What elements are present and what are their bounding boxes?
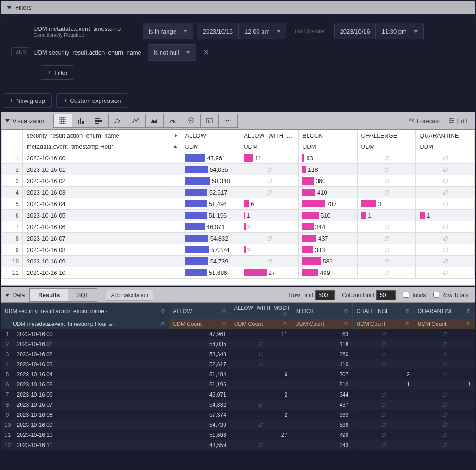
area-viz-icon[interactable] — [146, 114, 164, 127]
data-meas-quarantine[interactable]: UDM Count⚙ — [414, 319, 475, 329]
viz-meas-block[interactable]: UDM — [298, 141, 357, 152]
viz-pivot-field-header[interactable]: security_result.action_enum_name — [23, 130, 181, 141]
gear-icon[interactable]: ⚙ — [344, 308, 348, 314]
custom-expression-button[interactable]: + Custom expression — [56, 93, 128, 108]
data-col-quarantine[interactable]: QUARANTINE⚙ — [414, 303, 475, 319]
remove-filter-button[interactable]: ✕ — [200, 46, 213, 59]
plus-icon: + — [63, 97, 67, 104]
data-pivot-field-header[interactable]: UDM security_result.action_enum_name ›⚙ — [1, 303, 169, 319]
viz-col-quarantine[interactable]: QUARANTINE — [416, 130, 475, 141]
viz-col-allowmod[interactable]: ALLOW_WITH_… — [240, 130, 299, 141]
scatter-viz-icon[interactable] — [109, 114, 127, 127]
line-viz-icon[interactable] — [127, 114, 146, 127]
gear-icon[interactable]: ⚙ — [222, 321, 226, 327]
viz-meas-challenge[interactable]: UDM — [357, 141, 416, 152]
col-limit-input[interactable] — [376, 290, 396, 300]
row-limit-input[interactable] — [315, 290, 335, 300]
gear-icon[interactable]: ⚙ — [405, 321, 410, 327]
viz-dim-field-header[interactable]: metadata.event_timestamp Hour — [23, 141, 181, 152]
tab-sql[interactable]: SQL — [68, 289, 97, 301]
gear-icon[interactable]: ⚙ — [466, 308, 471, 314]
viz-dim-header-row: metadata.event_timestamp Hour UDM UDM UD… — [2, 141, 475, 152]
viz-meas-quarantine[interactable]: UDM — [416, 141, 475, 152]
viz-scroll[interactable]: security_result.action_enum_name ALLOW A… — [1, 130, 475, 285]
totals-checkbox[interactable] — [403, 292, 409, 298]
data-col-challenge[interactable]: CHALLENGE⚙ — [353, 303, 414, 319]
filter1-sublabel: Conditionally Required — [34, 32, 139, 38]
data-meas-block[interactable]: UDM Count⚙ — [291, 319, 353, 329]
gear-icon[interactable]: ⚙ — [161, 321, 165, 327]
data-cell: ∅ — [357, 233, 416, 244]
data-col-allow[interactable]: ALLOW⚙ — [169, 303, 230, 319]
data-cell: ∅ — [353, 390, 414, 400]
gear-icon[interactable]: ⚙ — [161, 308, 165, 314]
caret-down-icon — [7, 6, 11, 9]
data-cell: ∅ — [353, 440, 414, 450]
new-group-button[interactable]: + New group — [3, 93, 52, 108]
viz-col-challenge[interactable]: CHALLENGE — [357, 130, 416, 141]
filter1-time-from[interactable]: 12:00 am — [239, 23, 286, 39]
filter1-from-group: 2023/10/16 12:00 am — [197, 23, 286, 39]
data-meas-allow[interactable]: UDM Count⚙ — [169, 319, 230, 329]
table-viz-icon[interactable] — [54, 114, 72, 127]
data-cell: 11 — [230, 329, 291, 339]
dc0: ALLOW — [173, 308, 192, 314]
data-col-block[interactable]: BLOCK⚙ — [291, 303, 353, 319]
data-scroll[interactable]: UDM security_result.action_enum_name ›⚙ … — [1, 303, 475, 452]
plus-icon: + — [48, 69, 51, 76]
data-dim-field-header[interactable]: UDM metadata.event_timestamp Hour☰ ↑⚙ — [1, 319, 169, 329]
tab-results[interactable]: Results — [30, 289, 68, 301]
viz-meas-allowmod[interactable]: UDM — [240, 141, 299, 152]
gear-icon[interactable]: ⚙ — [344, 321, 348, 327]
data-col-allowmod[interactable]: ALLOW_WITH_MODIFICATION⚙ — [230, 303, 291, 319]
add-calculation-button[interactable]: Add calculation — [106, 290, 153, 301]
filter2-operator[interactable]: is not null — [148, 44, 196, 61]
viz-table: security_result.action_enum_name ALLOW A… — [1, 130, 475, 279]
edit-button[interactable]: Edit — [448, 118, 467, 124]
table-row: 92023-10-16 0857,3742333∅∅ — [1, 410, 475, 420]
filter1-time-to[interactable]: 11:30 pm — [376, 23, 424, 39]
sort-icon: ☰ ↑ — [109, 322, 117, 327]
single-value-viz-icon[interactable]: 6 — [201, 114, 219, 127]
viz-col-block[interactable]: BLOCK — [298, 130, 357, 141]
table-row: 72023-10-16 0646,0712344∅∅ — [2, 221, 475, 233]
data-cell: 47,961 — [181, 152, 240, 164]
data-meas-challenge[interactable]: UDM Count⚙ — [353, 319, 414, 329]
visualization-panel-header[interactable]: Visualization — [1, 112, 475, 130]
add-filter-button[interactable]: + Filter — [41, 65, 74, 80]
bar-viz-icon[interactable] — [90, 114, 109, 127]
column-viz-icon[interactable] — [72, 114, 90, 127]
viz-col-allow[interactable]: ALLOW — [181, 130, 240, 141]
svg-rect-9 — [95, 120, 102, 122]
filters-panel-header[interactable]: Filters — [1, 1, 475, 14]
gear-icon[interactable]: ⚙ — [405, 308, 410, 314]
gear-icon[interactable]: ⚙ — [222, 308, 226, 314]
data-meas-allowmod[interactable]: UDM Count⚙ — [230, 319, 291, 329]
gear-icon[interactable]: ⚙ — [466, 321, 471, 327]
row-totals-checkbox[interactable] — [433, 292, 439, 298]
data-cell: ∅ — [414, 329, 475, 339]
viz-meas-allow[interactable]: UDM — [181, 141, 240, 152]
svg-point-24 — [414, 122, 414, 123]
and-chip[interactable]: AND — [11, 47, 30, 57]
filter1-operator[interactable]: is in range — [143, 23, 193, 39]
forecast-button[interactable]: Forecast — [408, 118, 440, 124]
filter1-date-from[interactable]: 2023/10/16 — [197, 23, 239, 39]
gear-icon[interactable]: ⚙ — [283, 311, 287, 317]
gauge-viz-icon[interactable] — [164, 114, 182, 127]
row-number: 7 — [1, 390, 13, 400]
data-cell: ∅ — [353, 420, 414, 430]
data-cell: ∅ — [240, 164, 299, 175]
totals-check-group: Totals — [403, 292, 426, 298]
data-cell: 58,348 — [169, 349, 230, 359]
row-number: 11 — [1, 430, 13, 440]
data-cell: ∅ — [357, 164, 416, 175]
row-number: 4 — [2, 187, 23, 198]
data-panel-header[interactable]: Data Results SQL Add calculation Row Lim… — [1, 287, 475, 303]
row-number: 3 — [2, 175, 23, 187]
more-viz-icon[interactable] — [219, 114, 237, 127]
map-viz-icon[interactable] — [182, 114, 201, 127]
gear-icon[interactable]: ⚙ — [283, 321, 287, 327]
svg-line-16 — [173, 121, 174, 123]
filter1-date-to[interactable]: 2023/10/16 — [334, 23, 376, 39]
